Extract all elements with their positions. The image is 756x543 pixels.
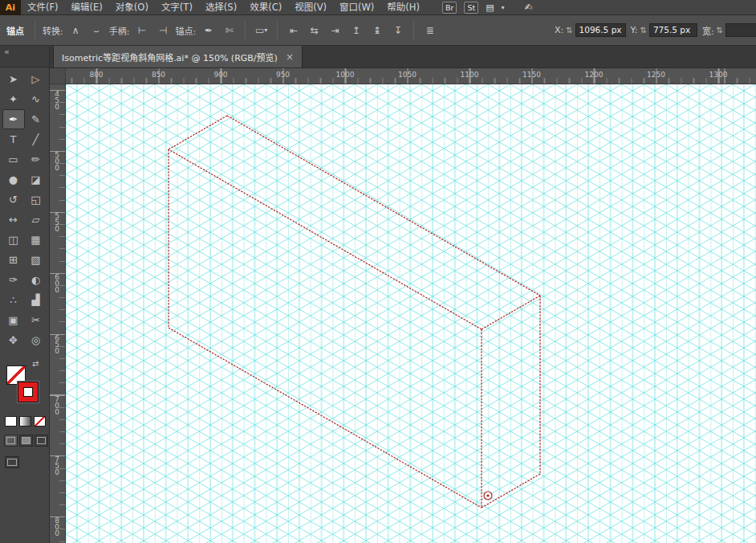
ruler-label: 850 [152, 71, 165, 79]
paintbrush-tool[interactable]: ✎ [25, 109, 47, 129]
scribble-icon: ✍ [525, 2, 533, 13]
ruler-label: 800 [53, 516, 60, 536]
y-value-input[interactable]: 775.5 px [649, 23, 697, 37]
isolate-button[interactable]: ▭▾ [253, 22, 270, 39]
show-handles-button[interactable]: ⊢ [133, 22, 150, 39]
tool-icon: ➤ [9, 73, 18, 85]
x-stepper[interactable]: ⇅ [566, 26, 572, 35]
hide-handles-button[interactable]: ⊣ [154, 22, 171, 39]
tool-icon: ✂ [31, 314, 40, 326]
tab-close-icon[interactable]: × [286, 52, 294, 62]
magic-wand-tool[interactable]: ✦ [2, 89, 25, 109]
hand-tool[interactable]: ✥ [2, 330, 25, 350]
separator [277, 21, 278, 40]
bridge-button[interactable]: Br [442, 2, 457, 14]
perspective-grid-tool[interactable]: ▦ [25, 230, 47, 250]
x-value-input[interactable]: 1096.5 px [575, 23, 626, 37]
menu-item[interactable]: 编辑(E) [65, 0, 109, 15]
draw-normal-button[interactable] [4, 435, 18, 447]
color-button[interactable] [5, 416, 17, 427]
none-button[interactable] [34, 416, 46, 427]
handles-label: 手柄: [109, 24, 130, 37]
selection-tool[interactable]: ➤ [2, 69, 25, 89]
tool-icon: ● [9, 174, 18, 186]
horizontal-ruler[interactable]: 7508008509009501000105011001150120012501… [66, 68, 756, 84]
tool-icon: ∿ [31, 93, 40, 105]
collapse-panel-icon[interactable]: « [4, 47, 10, 57]
ruler-corner[interactable] [50, 68, 66, 84]
menu-item[interactable]: 文字(T) [155, 0, 199, 15]
rotate-tool[interactable]: ↺ [2, 190, 25, 210]
tool-icon: ▱ [32, 214, 40, 226]
y-stepper[interactable]: ⇅ [640, 26, 647, 35]
menu-item[interactable]: 视图(V) [288, 0, 333, 15]
gradient-button[interactable] [19, 416, 31, 427]
lasso-tool[interactable]: ∿ [25, 89, 47, 109]
gradient-tool[interactable]: ▧ [25, 250, 47, 270]
width-value-input[interactable] [726, 23, 756, 37]
draw-behind-button[interactable] [19, 435, 33, 447]
ruler-label: 600 [53, 273, 60, 292]
draw-inside-button[interactable] [35, 435, 48, 447]
remove-anchor-button[interactable]: ✒ [200, 22, 217, 39]
tool-icon: ◫ [8, 234, 18, 246]
cut-path-button[interactable]: ✄ [221, 22, 238, 39]
document-tab-title: Isometric等距视角斜角网格.ai* @ 150% (RGB/预览) [62, 51, 278, 63]
ruler-label: 1050 [398, 71, 417, 79]
screen-mode-button[interactable] [5, 456, 19, 468]
free-transform-tool[interactable]: ▱ [25, 210, 47, 230]
ruler-label: 750 [53, 455, 60, 475]
rectangle-tool[interactable]: ▭ [2, 149, 25, 169]
canvas[interactable] [66, 84, 756, 543]
align-right-button[interactable]: ⇥ [327, 22, 343, 39]
line-segment-tool[interactable]: ╱ [25, 129, 47, 149]
width-stepper[interactable]: ⇅ [717, 26, 723, 35]
slice-tool[interactable]: ✂ [25, 310, 47, 330]
stroke-swatch[interactable] [18, 382, 39, 402]
pencil-tool[interactable]: ✏ [25, 149, 47, 169]
mesh-tool[interactable]: ⊞ [2, 250, 25, 270]
convert-corner-button[interactable]: ∧ [67, 22, 84, 39]
menu-item[interactable]: 效果(C) [243, 0, 288, 15]
zoom-tool[interactable]: ◎ [25, 330, 47, 350]
width-label: 宽: [702, 24, 714, 37]
column-graph-tool[interactable]: ▟ [25, 290, 47, 310]
align-middle-button[interactable]: ↨ [368, 22, 385, 39]
align-top-button[interactable]: ↥ [348, 22, 364, 39]
document-tab-bar: Isometric等距视角斜角网格.ai* @ 150% (RGB/预览) × [50, 46, 756, 68]
app-logo: Ai [0, 0, 21, 15]
document-tab[interactable]: Isometric等距视角斜角网格.ai* @ 150% (RGB/预览) × [53, 46, 303, 67]
ruler-label: 650 [53, 334, 60, 353]
tool-icon: ✎ [31, 113, 40, 125]
eraser-tool[interactable]: ◪ [25, 169, 47, 190]
shape-builder-tool[interactable]: ◫ [2, 230, 25, 250]
convert-smooth-button[interactable]: ⌣ [88, 22, 105, 39]
symbol-sprayer-tool[interactable]: ∴ [2, 290, 25, 310]
vertical-ruler[interactable]: 450500550600650700750800 [50, 84, 66, 543]
eyedropper-tool[interactable]: ✑ [2, 270, 25, 290]
workspace-switcher-icon[interactable]: ▤ [486, 2, 494, 13]
type-tool[interactable]: T [2, 129, 25, 149]
direct-selection-tool[interactable]: ▷ [25, 69, 47, 89]
align-center-button[interactable]: ⇆ [306, 22, 323, 39]
workspace-caret-icon[interactable]: ▾ [502, 4, 505, 11]
align-bottom-button[interactable]: ↧ [389, 22, 406, 39]
scale-tool[interactable]: ◱ [25, 190, 47, 210]
menu-item[interactable]: 帮助(H) [380, 0, 426, 15]
distribute-button[interactable]: ≣ [421, 22, 438, 39]
menu-item[interactable]: 选择(S) [199, 0, 243, 15]
tool-icon: ◱ [30, 194, 40, 206]
blend-tool[interactable]: ◐ [25, 270, 47, 290]
align-left-button[interactable]: ⇤ [285, 22, 302, 39]
width-tool[interactable]: ↔ [2, 210, 25, 230]
menu-item[interactable]: 对象(O) [109, 0, 155, 15]
menu-item[interactable]: 窗口(W) [333, 0, 380, 15]
artboard-tool[interactable]: ▣ [2, 310, 25, 330]
anchor-label: 锚点: [175, 24, 196, 37]
stock-button[interactable]: St [464, 2, 478, 14]
tool-icon: ▭ [8, 153, 18, 165]
blob-brush-tool[interactable]: ● [2, 169, 25, 190]
swap-fill-stroke-icon[interactable]: ⇄ [32, 359, 39, 368]
menu-item[interactable]: 文件(F) [21, 0, 65, 15]
pen-tool[interactable]: ✒ [2, 109, 25, 129]
